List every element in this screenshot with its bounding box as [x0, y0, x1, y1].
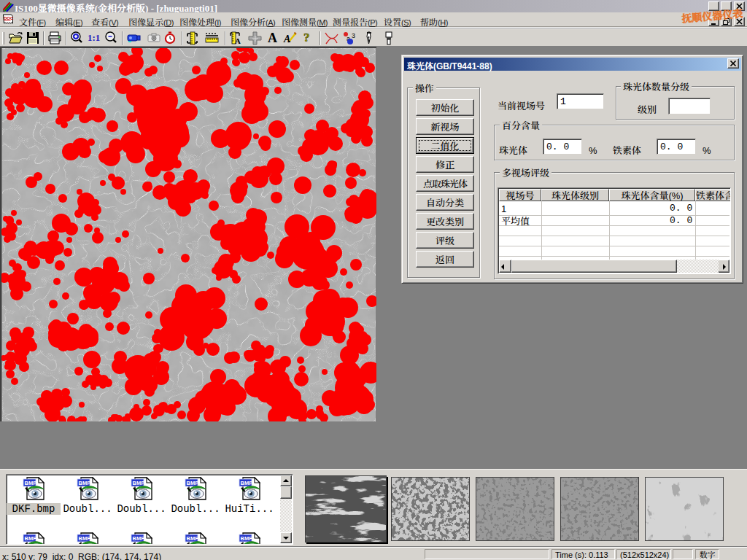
svg-text:A: A [283, 34, 290, 44]
svg-text:?: ? [303, 31, 310, 44]
svg-text:A: A [268, 31, 277, 45]
svg-text:A: A [235, 36, 241, 45]
svg-text:3: 3 [352, 32, 355, 39]
svg-text:DOC: DOC [4, 16, 14, 20]
svg-text:1:1: 1:1 [88, 32, 100, 43]
